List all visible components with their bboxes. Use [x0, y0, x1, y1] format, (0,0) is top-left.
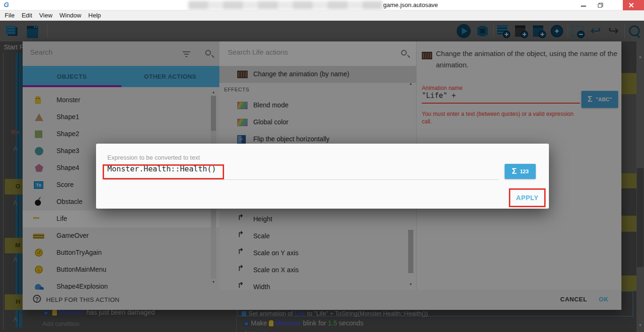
open-numeric-expression-editor-button[interactable]: Σ 123 [505, 164, 536, 179]
menu-edit[interactable]: Edit [22, 12, 32, 19]
minimize-button[interactable] [575, 0, 592, 10]
annotation-box-input [103, 164, 224, 179]
app-content: ↩ ↪ Start P Re A O A M A H A ▲ ▼ Set ani… [0, 21, 644, 332]
menu-window[interactable]: Window [59, 12, 81, 19]
window-title: game.json.autosave [383, 1, 438, 8]
annotation-box-apply [509, 188, 546, 207]
menu-view[interactable]: View [39, 12, 52, 19]
maximize-restore-button[interactable] [592, 0, 609, 10]
input-underline [105, 179, 499, 180]
menu-help[interactable]: Help [89, 12, 101, 19]
menu-bar: File Edit View Window Help [0, 10, 644, 21]
expression-field-label: Expression to be converted to text [107, 154, 200, 161]
menu-file[interactable]: File [5, 12, 15, 19]
gdevelop-window: G game.json.autosave File Edit View Wind… [0, 0, 644, 332]
redacted-file-path [188, 1, 382, 9]
close-button[interactable] [623, 0, 644, 10]
title-bar: G game.json.autosave [0, 0, 644, 10]
expression-editor-modal: Expression to be converted to text Σ 123… [96, 144, 549, 209]
app-logo-icon: G [4, 1, 9, 8]
sigma-icon: Σ [512, 167, 516, 176]
